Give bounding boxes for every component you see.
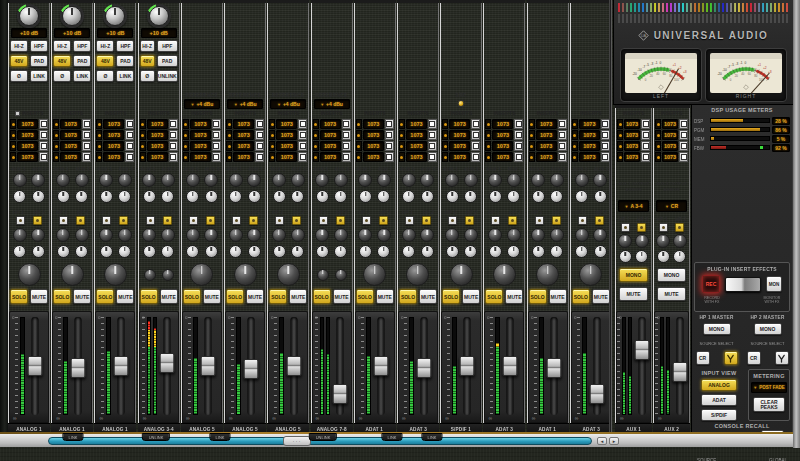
record-with-fx-button[interactable]: REC bbox=[702, 275, 720, 293]
aux2-send-knob[interactable] bbox=[464, 173, 478, 187]
preamp-link-button[interactable]: LINK bbox=[73, 70, 91, 82]
aux-output-assign-dropdown[interactable]: ▼A 3-4 bbox=[618, 200, 649, 212]
hp1-send-knob[interactable] bbox=[315, 228, 329, 242]
insert-power-icon[interactable] bbox=[10, 130, 16, 140]
insert-plugin-display[interactable]: 1073 bbox=[624, 152, 640, 162]
hp1-pan-knob[interactable] bbox=[359, 245, 372, 258]
aux2-pan-knob[interactable] bbox=[291, 190, 304, 203]
insert-plugin-display[interactable]: 1073 bbox=[320, 141, 341, 151]
hp2-pan-knob[interactable] bbox=[75, 245, 88, 258]
hp1-send-knob[interactable] bbox=[229, 228, 243, 242]
insert-plugin-display[interactable]: 1073 bbox=[190, 152, 211, 162]
pan-knob[interactable] bbox=[536, 263, 559, 286]
preamp-gain-knob-cap[interactable] bbox=[62, 6, 82, 26]
insert-edit-icon[interactable] bbox=[298, 119, 307, 129]
preamp-link-button[interactable]: LINK bbox=[116, 70, 134, 82]
hp2-send-knob[interactable] bbox=[204, 228, 218, 242]
hp2-pre-button[interactable] bbox=[249, 216, 258, 225]
solo-button[interactable]: SOLO bbox=[269, 289, 287, 304]
insert-slot[interactable]: 1073 bbox=[485, 119, 523, 129]
insert-edit-icon[interactable] bbox=[558, 130, 567, 140]
hp1-pre-button[interactable] bbox=[491, 216, 500, 225]
mute-button[interactable]: MUTE bbox=[73, 289, 91, 304]
insert-plugin-display[interactable]: 1073 bbox=[406, 141, 427, 151]
mute-button[interactable]: MUTE bbox=[289, 289, 307, 304]
preamp-gain-knob[interactable] bbox=[17, 4, 41, 28]
mute-button[interactable]: MUTE bbox=[160, 289, 178, 304]
hp1-send-knob[interactable] bbox=[358, 228, 372, 242]
fader-cap[interactable] bbox=[635, 340, 650, 360]
insert-power-icon[interactable] bbox=[655, 130, 661, 140]
insert-edit-icon[interactable] bbox=[212, 119, 221, 129]
insert-edit-icon[interactable] bbox=[298, 152, 307, 162]
aux2-pan-knob[interactable] bbox=[334, 190, 347, 203]
insert-slot[interactable]: 1073 bbox=[572, 119, 610, 129]
insert-edit-icon[interactable] bbox=[255, 119, 264, 129]
insert-power-icon[interactable] bbox=[442, 152, 448, 162]
hp2-pre-button[interactable] bbox=[206, 216, 215, 225]
aux1-pan-knob[interactable] bbox=[186, 190, 199, 203]
hp1-pan-knob[interactable] bbox=[186, 245, 199, 258]
insert-edit-icon[interactable] bbox=[385, 130, 394, 140]
hp2-pan-knob[interactable] bbox=[635, 250, 648, 263]
hp1-pan-knob[interactable] bbox=[575, 245, 588, 258]
mute-button[interactable]: MUTE bbox=[333, 289, 351, 304]
insert-power-icon[interactable] bbox=[356, 119, 362, 129]
insert-plugin-display[interactable]: 1073 bbox=[536, 152, 557, 162]
insert-slot[interactable]: 1073 bbox=[356, 141, 394, 151]
preamp-gain-knob-cap[interactable] bbox=[149, 6, 169, 26]
fader-cap[interactable] bbox=[200, 356, 215, 376]
channel-fader[interactable] bbox=[373, 317, 389, 415]
fader-cap[interactable] bbox=[503, 356, 518, 376]
insert-power-icon[interactable] bbox=[529, 141, 535, 151]
preamp-hi-z-button[interactable]: HI-Z bbox=[96, 40, 114, 52]
insert-power-icon[interactable] bbox=[10, 141, 16, 151]
insert-plugin-display[interactable]: 1073 bbox=[492, 130, 513, 140]
preamp-hi-z-button[interactable]: HI-Z bbox=[53, 40, 71, 52]
aux-mono-button[interactable]: MONO bbox=[657, 268, 686, 282]
insert-slot[interactable]: 1073 bbox=[96, 130, 134, 140]
hp1-send-knob[interactable] bbox=[402, 228, 416, 242]
aux2-send-knob[interactable] bbox=[75, 173, 89, 187]
insert-plugin-display[interactable]: 1073 bbox=[17, 141, 38, 151]
hp2-send-knob[interactable] bbox=[247, 228, 261, 242]
insert-edit-icon[interactable] bbox=[428, 119, 437, 129]
aux2-pan-knob[interactable] bbox=[118, 190, 131, 203]
insert-slot[interactable]: 1073 bbox=[356, 130, 394, 140]
insert-plugin-display[interactable]: 1073 bbox=[276, 119, 297, 129]
insert-slot[interactable]: 1073 bbox=[617, 141, 650, 151]
insert-edit-icon[interactable] bbox=[169, 119, 178, 129]
insert-edit-icon[interactable] bbox=[471, 119, 480, 129]
channel-fader[interactable] bbox=[672, 317, 688, 415]
preamp-48v-button[interactable]: 48V bbox=[140, 55, 155, 67]
aux2-pan-knob[interactable] bbox=[32, 190, 45, 203]
insert-edit-icon[interactable] bbox=[82, 141, 91, 151]
insert-slot[interactable]: 1073 bbox=[313, 152, 351, 162]
insert-edit-icon[interactable] bbox=[471, 152, 480, 162]
hp1-send-knob[interactable] bbox=[186, 228, 200, 242]
aux2-send-knob[interactable] bbox=[507, 173, 521, 187]
hp1-pre-button[interactable] bbox=[102, 216, 111, 225]
insert-plugin-display[interactable]: 1073 bbox=[147, 130, 168, 140]
preamp-48v-button[interactable]: 48V bbox=[10, 55, 28, 67]
insert-slot[interactable]: 1073 bbox=[183, 130, 221, 140]
aux2-send-knob[interactable] bbox=[161, 173, 175, 187]
fader-cap[interactable] bbox=[589, 384, 604, 404]
preamp-gain-knob[interactable] bbox=[103, 4, 127, 28]
insert-plugin-display[interactable]: 1073 bbox=[363, 119, 384, 129]
fader-cap[interactable] bbox=[416, 358, 431, 378]
insert-edit-icon[interactable] bbox=[558, 119, 567, 129]
pan-knob[interactable] bbox=[493, 263, 516, 286]
insert-power-icon[interactable] bbox=[399, 152, 405, 162]
preamp-gain-knob-cap[interactable] bbox=[105, 6, 125, 26]
insert-edit-icon[interactable] bbox=[125, 141, 134, 151]
insert-plugin-display[interactable]: 1073 bbox=[449, 130, 470, 140]
insert-power-icon[interactable] bbox=[269, 152, 275, 162]
channel-fader[interactable] bbox=[416, 317, 432, 415]
insert-plugin-display[interactable]: 1073 bbox=[449, 119, 470, 129]
insert-edit-icon[interactable] bbox=[558, 141, 567, 151]
fader-cap[interactable] bbox=[546, 358, 561, 378]
hp2-pre-button[interactable] bbox=[422, 216, 431, 225]
insert-plugin-display[interactable]: 1073 bbox=[579, 141, 600, 151]
preamp-unlink-button[interactable]: UNLINK bbox=[157, 70, 178, 82]
